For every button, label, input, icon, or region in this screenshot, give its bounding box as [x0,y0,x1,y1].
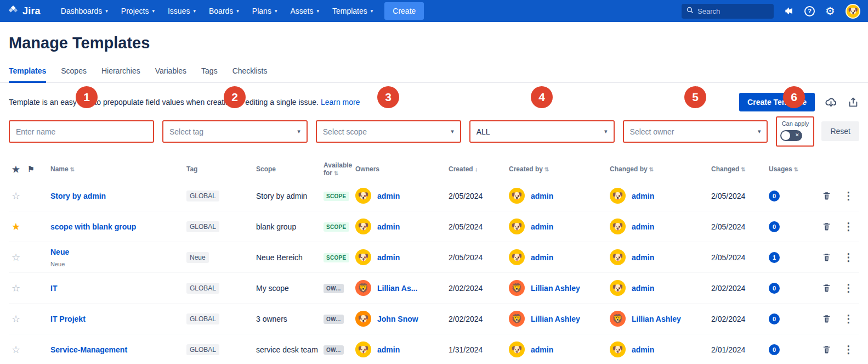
more-actions-icon[interactable]: ⋮ [843,221,854,232]
search-box[interactable] [682,4,774,19]
changed-cell: 2/01/2024 [711,345,769,354]
delete-icon[interactable] [822,253,831,262]
template-name-link[interactable]: Story by admin [50,192,106,200]
chevron-down-icon: ▾ [193,8,196,14]
search-input[interactable] [697,7,769,15]
jira-logo[interactable]: Jira [8,4,41,18]
star-column-icon[interactable]: ★ [12,165,20,174]
nav-item-plans[interactable]: Plans▾ [246,3,283,19]
chevron-down-icon: ▾ [604,128,608,135]
nav-item-issues[interactable]: Issues▾ [162,3,202,19]
header-usages[interactable]: Usages⇅ [769,165,817,173]
changed-by-link[interactable]: admin [632,284,654,293]
created-by-link[interactable]: admin [531,192,553,200]
more-actions-icon[interactable]: ⋮ [843,191,854,201]
tag-filter-select[interactable]: Select tag ▾ [162,120,308,143]
export-icon[interactable] [847,96,859,108]
changed-by-link[interactable]: admin [632,222,654,231]
star-icon[interactable]: ☆ [12,313,20,324]
template-name-link[interactable]: Neue [50,248,69,256]
owner-link[interactable]: admin [377,253,400,262]
more-actions-icon[interactable]: ⋮ [843,283,854,293]
changed-by-avatar: 🦁 [610,311,626,327]
header-changed[interactable]: Changed⇅ [711,165,769,173]
scope-cell: 3 owners [256,315,324,323]
star-icon[interactable]: ☆ [12,252,20,263]
available-for-badge: SCOPE [324,222,349,232]
changed-by-link[interactable]: admin [632,253,654,262]
announcements-icon[interactable] [782,4,796,18]
star-icon[interactable]: ☆ [12,191,20,201]
create-button[interactable]: Create [384,2,424,20]
template-name-link[interactable]: IT [50,284,57,293]
star-icon[interactable]: ★ [12,221,20,232]
nav-item-boards[interactable]: Boards▾ [203,3,245,19]
created-by-link[interactable]: admin [531,253,553,262]
more-actions-icon[interactable]: ⋮ [843,252,854,262]
nav-item-assets[interactable]: Assets▾ [284,3,325,19]
header-changed-by[interactable]: Changed by⇅ [610,165,711,173]
created-by-avatar: 🐶 [509,188,525,204]
table-row: ★ scope with blank group GLOBAL blank gr… [9,211,859,242]
created-cell: 2/05/2024 [449,253,509,262]
nav-item-dashboards[interactable]: Dashboards▾ [55,3,114,19]
header-available-for[interactable]: Available for⇅ [324,161,355,177]
flag-column-icon[interactable]: ⚑ [27,165,35,173]
tag-badge: GLOBAL [186,283,219,294]
reset-button[interactable]: Reset [821,121,859,141]
tab-checklists[interactable]: Checklists [232,66,268,83]
help-icon[interactable]: ? [804,6,815,16]
learn-more-link[interactable]: Learn more [321,98,360,107]
tab-scopes[interactable]: Scopes [61,66,87,83]
owner-link[interactable]: Lillian As... [377,284,417,293]
header-name[interactable]: Name⇅ [50,165,186,173]
template-name-link[interactable]: scope with blank group [50,222,136,231]
owner-avatar: 🐶 [355,311,371,327]
star-icon[interactable]: ☆ [12,344,20,355]
owner-link[interactable]: John Snow [377,315,418,323]
created-by-link[interactable]: admin [531,222,553,231]
created-by-link[interactable]: Lillian Ashley [531,284,580,293]
can-apply-toggle[interactable]: ✕ [780,130,802,141]
star-icon[interactable]: ☆ [12,283,20,294]
delete-icon[interactable] [822,222,831,231]
owner-link[interactable]: admin [377,345,400,354]
created-by-avatar: 🦁 [509,280,525,296]
nav-item-projects[interactable]: Projects▾ [115,3,161,19]
owner-link[interactable]: admin [377,192,400,200]
annotation-circle-2: 2 [224,86,246,108]
header-created[interactable]: Created↓ [449,165,509,173]
gear-icon[interactable]: ⚙ [824,4,837,18]
created-by-link[interactable]: Lillian Ashley [531,315,580,323]
usages-badge: 0 [769,344,780,355]
tab-templates[interactable]: Templates [9,66,46,83]
more-actions-icon[interactable]: ⋮ [843,313,854,324]
template-name-link[interactable]: IT Projekt [50,315,86,323]
delete-icon[interactable] [822,191,831,200]
nav-item-templates[interactable]: Templates▾ [326,3,379,19]
owner-link[interactable]: admin [377,222,400,231]
changed-by-avatar: 🐶 [610,249,626,265]
delete-icon[interactable] [822,345,831,354]
type-filter-select[interactable]: ALL ▾ [469,120,615,143]
delete-icon[interactable] [822,283,831,293]
more-actions-icon[interactable]: ⋮ [843,344,854,355]
changed-by-link[interactable]: Lillian Ashley [632,315,681,323]
changed-by-link[interactable]: admin [632,345,654,354]
chevron-down-icon: ▾ [236,8,239,14]
scope-filter-select[interactable]: Select scope ▾ [316,120,461,143]
download-icon[interactable] [825,96,837,109]
delete-icon[interactable] [822,314,831,323]
tab-variables[interactable]: Variables [155,66,186,83]
tab-hierarchies[interactable]: Hierarchies [101,66,140,83]
changed-by-link[interactable]: admin [632,192,654,200]
user-avatar[interactable]: 🐶 [846,4,860,19]
template-name-link[interactable]: Service-Management [50,345,127,354]
filters-row: Select tag ▾ Select scope ▾ ALL ▾ Select… [9,120,859,147]
name-filter-input[interactable] [16,127,147,136]
page-description: Template is an easy way to prepopulate f… [9,98,360,107]
header-created-by[interactable]: Created by⇅ [509,165,610,173]
owner-filter-select[interactable]: Select owner ▾ [623,120,768,143]
created-by-link[interactable]: admin [531,345,553,354]
tab-tags[interactable]: Tags [201,66,218,83]
